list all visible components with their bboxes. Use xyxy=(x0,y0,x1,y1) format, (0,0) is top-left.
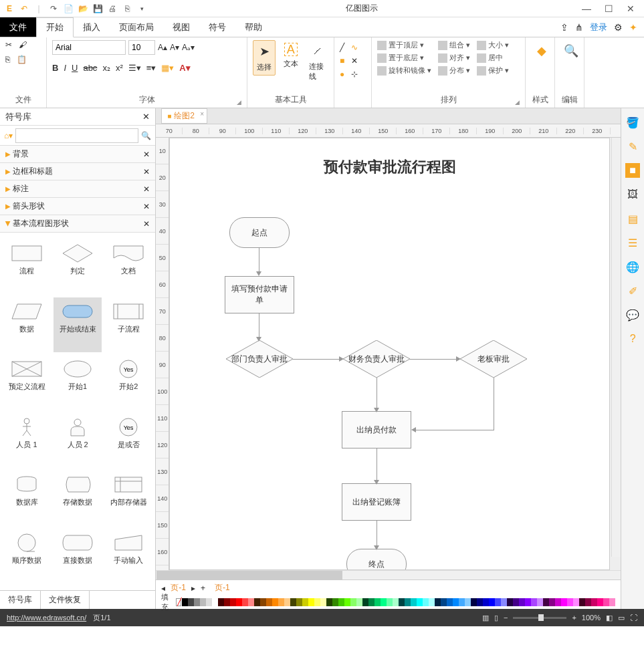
color-swatch[interactable] xyxy=(206,598,212,606)
color-swatch[interactable] xyxy=(399,598,405,606)
color-swatch[interactable] xyxy=(579,598,585,606)
superscript-button[interactable]: x² xyxy=(116,63,123,73)
node-end[interactable]: 终点 xyxy=(346,549,407,570)
color-swatch[interactable] xyxy=(591,598,597,606)
font-name-input[interactable] xyxy=(52,40,126,55)
launcher-icon[interactable]: ◢ xyxy=(237,99,241,106)
copy-icon[interactable]: ⎘ xyxy=(5,55,10,64)
tab-view[interactable]: 视图 xyxy=(163,17,199,37)
font-size-input[interactable] xyxy=(128,40,155,55)
color-swatch[interactable] xyxy=(501,598,507,606)
color-swatch[interactable] xyxy=(405,598,411,606)
edit-tool[interactable]: 🔍 xyxy=(560,40,582,61)
color-swatch[interactable] xyxy=(459,598,465,606)
print-icon[interactable]: 🖨 xyxy=(107,3,118,14)
color-swatch[interactable] xyxy=(429,598,435,606)
color-swatch[interactable] xyxy=(278,598,284,606)
color-swatch[interactable] xyxy=(573,598,579,606)
page-nav-left[interactable]: ◂ xyxy=(161,584,165,593)
text-tool[interactable]: A文本 xyxy=(280,40,302,72)
shape-11[interactable]: Yes是或否 xyxy=(104,413,152,469)
new-icon[interactable]: 📄 xyxy=(63,3,74,14)
node-finance[interactable]: 财务负责人审批 xyxy=(343,340,410,378)
color-swatch[interactable] xyxy=(290,598,296,606)
color-swatch[interactable] xyxy=(453,598,459,606)
node-fill[interactable]: 填写预付款申请单 xyxy=(225,276,294,313)
distribute-btn[interactable]: 分布▾ xyxy=(438,66,470,76)
maximize-icon[interactable]: ☐ xyxy=(605,3,613,14)
color-swatch[interactable] xyxy=(567,598,573,606)
color-swatch[interactable] xyxy=(387,598,393,606)
tab-insert[interactable]: 插入 xyxy=(74,17,110,37)
style-tool[interactable]: ◆ xyxy=(531,40,552,61)
shape-2[interactable]: 文档 xyxy=(104,239,152,295)
cat-flowchart[interactable]: ▶ 基本流程图形状✕ xyxy=(0,215,155,233)
tab-symbol[interactable]: 符号 xyxy=(199,17,235,37)
color-swatch[interactable] xyxy=(489,598,495,606)
color-swatch[interactable] xyxy=(212,598,218,606)
view-icon-1[interactable]: ▥ xyxy=(482,614,489,622)
node-start[interactable]: 起点 xyxy=(229,217,290,248)
color-swatch[interactable] xyxy=(393,598,399,606)
cat-bg[interactable]: ▶ 背景✕ xyxy=(0,146,155,163)
shape-5[interactable]: 子流程 xyxy=(104,297,152,353)
pencil-icon[interactable]: ✎ xyxy=(625,139,640,154)
launcher-icon[interactable]: ◢ xyxy=(515,99,520,106)
rotate-btn[interactable]: 旋转和镜像▾ xyxy=(377,66,431,76)
color-swatch[interactable] xyxy=(495,598,501,606)
color-swatch[interactable] xyxy=(531,598,537,606)
no-fill-icon[interactable]: ╱ xyxy=(176,598,182,606)
color-swatch[interactable] xyxy=(260,598,266,606)
color-swatch[interactable] xyxy=(435,598,441,606)
search-icon[interactable]: 🔍 xyxy=(141,131,151,140)
shape-1[interactable]: 判定 xyxy=(53,239,102,295)
protect-btn[interactable]: 保护▾ xyxy=(477,66,509,76)
send-back[interactable]: 置于底层▾ xyxy=(377,53,431,63)
color-swatch[interactable] xyxy=(525,598,531,606)
color-swatch[interactable] xyxy=(483,598,489,606)
shrink-font-icon[interactable]: A▾ xyxy=(170,43,179,52)
page-tab-2[interactable]: 页-1 xyxy=(215,582,230,594)
color-swatch[interactable] xyxy=(609,598,615,606)
color-swatch[interactable] xyxy=(332,598,338,606)
shape-16[interactable]: 直接数据 xyxy=(53,529,102,584)
shape-8[interactable]: Yes开始2 xyxy=(104,355,152,410)
color-swatch[interactable] xyxy=(507,598,513,606)
shape-0[interactable]: 流程 xyxy=(3,239,51,295)
align-btn[interactable]: 对齐▾ xyxy=(438,53,470,63)
color-swatch[interactable] xyxy=(230,598,236,606)
shape-13[interactable]: 存储数据 xyxy=(53,471,102,526)
tab-start[interactable]: 开始 xyxy=(36,17,74,37)
globe-icon[interactable]: 🌐 xyxy=(625,259,640,274)
color-swatch[interactable] xyxy=(320,598,326,606)
node-boss[interactable]: 老板审批 xyxy=(460,340,527,378)
shape-3[interactable]: 数据 xyxy=(3,297,51,353)
color-swatch[interactable] xyxy=(188,598,194,606)
zoom-slider[interactable] xyxy=(513,617,566,619)
color-swatch[interactable] xyxy=(350,598,356,606)
grow-font-icon[interactable]: A▴ xyxy=(158,43,167,52)
italic-button[interactable]: I xyxy=(64,63,66,73)
color-swatch[interactable] xyxy=(477,598,483,606)
node-dept[interactable]: 部门负责人审批 xyxy=(226,340,293,378)
font-color-icon[interactable]: A▾ xyxy=(179,63,190,73)
fill-panel-icon[interactable]: ■ xyxy=(625,163,640,178)
paint-bucket-icon[interactable]: 🪣 xyxy=(625,115,640,130)
shape-4[interactable]: 开始或结束 xyxy=(53,297,102,353)
shape-6[interactable]: 预定义流程 xyxy=(3,355,51,410)
color-swatch[interactable] xyxy=(603,598,609,606)
paste-icon[interactable]: 📋 xyxy=(17,55,27,64)
color-swatch[interactable] xyxy=(447,598,453,606)
close-panel-icon[interactable]: ✕ xyxy=(142,112,150,122)
bring-front[interactable]: 置于顶层▾ xyxy=(377,40,431,50)
color-swatch[interactable] xyxy=(549,598,555,606)
open-icon[interactable]: 📂 xyxy=(78,3,88,14)
subscript-button[interactable]: x₂ xyxy=(102,63,110,73)
home-icon[interactable]: ⌂▾ xyxy=(4,131,13,140)
numbering-icon[interactable]: ≡▾ xyxy=(146,63,156,73)
color-swatch[interactable] xyxy=(423,598,429,606)
status-url[interactable]: http://www.edrawsoft.cn/ xyxy=(7,614,86,622)
color-swatch[interactable] xyxy=(471,598,477,606)
zoom-in-icon[interactable]: + xyxy=(572,614,576,622)
color-swatch[interactable] xyxy=(555,598,561,606)
